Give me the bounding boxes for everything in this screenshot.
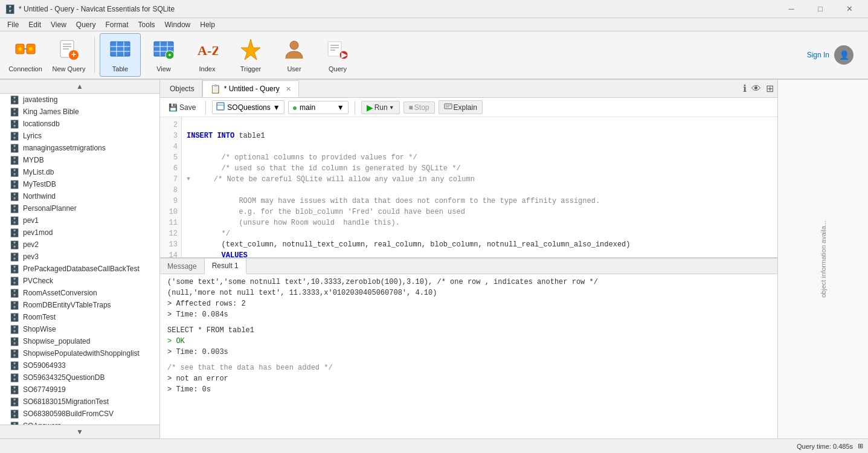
menu-help[interactable]: Help (195, 19, 220, 30)
result-spacer (167, 358, 770, 362)
db-icon: 🗄️ (10, 301, 19, 310)
sidebar-item-label: PersonalPlanner (23, 204, 77, 213)
menu-query[interactable]: Query (71, 19, 101, 30)
menu-window[interactable]: Window (160, 19, 196, 30)
sidebar-item-pev2[interactable]: 🗄️ pev2 (0, 239, 159, 251)
sidebar-item-so68380[interactable]: 🗄️ SO68380598BuildFromCSV (0, 408, 159, 420)
svg-point-4 (29, 47, 33, 51)
line-numbers: 2 3 4 5 6 7 8 9 10 11 12 13 14 15 16 (160, 117, 182, 257)
view-label: View (156, 65, 171, 72)
svg-rect-33 (217, 103, 224, 110)
sidebar-scroll-up[interactable]: ▲ (2, 81, 157, 92)
menu-format[interactable]: Format (101, 19, 133, 30)
sidebar-item-pev3[interactable]: 🗄️ pev3 (0, 251, 159, 263)
tab-objects[interactable]: Objects (162, 80, 202, 97)
code-editor[interactable]: 2 3 4 5 6 7 8 9 10 11 12 13 14 15 16 INS… (160, 117, 777, 257)
index-button[interactable]: A-Z Index (187, 33, 228, 77)
right-panel: object information availa... (777, 80, 868, 439)
toolbar-divider-1 (94, 37, 95, 73)
sidebar-item-label: pev1 (23, 216, 39, 225)
sidebar-item-shopwise-populated[interactable]: 🗄️ Shopwise_populated (0, 335, 159, 347)
save-label: Save (179, 103, 196, 112)
sidebar-item-roomasset[interactable]: 🗄️ RoomAssetConversion (0, 287, 159, 299)
result1-tab-label: Result 1 (212, 262, 239, 270)
view-button[interactable]: View (143, 33, 184, 77)
menu-view[interactable]: View (46, 19, 71, 30)
db-icon: 🗄️ (10, 385, 19, 394)
eye-icon[interactable]: 👁 (750, 82, 762, 95)
sidebar-item-roomdb[interactable]: 🗄️ RoomDBEntityVTableTraps (0, 299, 159, 311)
schema-selector[interactable]: ● main ▼ (288, 101, 349, 114)
db-icon: 🗄️ (10, 349, 19, 358)
tab-close-button[interactable]: ✕ (286, 85, 291, 93)
sidebar-item-so68183[interactable]: 🗄️ SO68183015MigrationTest (0, 396, 159, 408)
svg-rect-35 (445, 104, 452, 109)
sidebar-item-label: Northwind (23, 192, 56, 201)
sidebar-item-personalplanner[interactable]: 🗄️ PersonalPlanner (0, 202, 159, 214)
result1-tab[interactable]: Result 1 (205, 259, 246, 274)
user-button[interactable]: User (274, 33, 315, 77)
sidebar-item-pvcheck[interactable]: 🗄️ PVCheck (0, 275, 159, 287)
sign-in-area: Sign In 👤 (807, 45, 863, 65)
message-tab[interactable]: Message (160, 259, 205, 274)
toolbar-divider (205, 101, 206, 114)
menu-edit[interactable]: Edit (24, 19, 46, 30)
sidebar-item-managingassetmigrations[interactable]: 🗄️ managingassetmigrations (0, 142, 159, 154)
sidebar-item-pev1mod[interactable]: 🗄️ pev1mod (0, 226, 159, 239)
sidebar-item-locationsdb[interactable]: 🗄️ locationsdb (0, 118, 159, 130)
menu-file[interactable]: File (2, 19, 24, 30)
sidebar-item-king-james-bible[interactable]: 🗄️ King James Bible (0, 106, 159, 118)
maximize-button[interactable]: □ (806, 0, 834, 18)
tab-query[interactable]: 📋 * Untitled - Query ✕ (202, 80, 299, 97)
db-icon: 🗄️ (10, 265, 19, 274)
sidebar-item-label: pev2 (23, 240, 39, 249)
minimize-button[interactable]: ─ (777, 0, 805, 18)
sidebar-item-pev1[interactable]: 🗄️ pev1 (0, 214, 159, 226)
sidebar-item-shopwise[interactable]: 🗄️ ShopWise (0, 323, 159, 335)
close-button[interactable]: ✕ (835, 0, 863, 18)
svg-rect-11 (111, 42, 130, 56)
stop-button[interactable]: ■ Stop (403, 101, 435, 114)
db-icon: 🗄️ (10, 373, 19, 382)
toolbar-divider-2 (355, 101, 355, 114)
table-button[interactable]: Table (100, 33, 141, 77)
sidebar-item-shopwise-shopping[interactable]: 🗄️ ShopwisePopulatedwithShoppinglist (0, 347, 159, 359)
info-icon[interactable]: ℹ (742, 82, 748, 95)
save-button[interactable]: 💾 Save (165, 102, 199, 113)
sign-in-link[interactable]: Sign In (807, 51, 829, 59)
db-icon: 🗄️ (10, 120, 19, 129)
sidebar-item-so67[interactable]: 🗄️ SO67749919 (0, 384, 159, 396)
sidebar-item-so59634[interactable]: 🗄️ SO59634325QuestionDB (0, 371, 159, 384)
sidebar-item-label: PrePackagedDatabaseCallBackTest (23, 265, 140, 273)
new-query-button[interactable]: + New Query (48, 33, 89, 77)
sidebar-item-prepackaged[interactable]: 🗄️ PrePackagedDatabaseCallBackTest (0, 263, 159, 275)
sidebar-scroll-down[interactable]: ▼ (2, 426, 157, 437)
code-content[interactable]: INSERT INTO table1 /* optional columns t… (182, 117, 777, 257)
grid-icon[interactable]: ⊞ (765, 82, 775, 95)
user-avatar[interactable]: 👤 (834, 45, 854, 65)
explain-button[interactable]: Explain (439, 100, 483, 114)
editor-area: 2 3 4 5 6 7 8 9 10 11 12 13 14 15 16 INS… (160, 117, 777, 257)
sidebar-item-mytestdb[interactable]: 🗄️ MyTestDB (0, 178, 159, 190)
query-toolbar: 💾 Save SOQuestions ▼ ● main ▼ ▶ Run ▼ (160, 98, 777, 117)
connection-button[interactable]: Connection (5, 33, 46, 77)
sidebar-item-mylist[interactable]: 🗄️ MyList.db (0, 166, 159, 178)
sidebar-item-label: locationsdb (23, 120, 60, 128)
sidebar-item-javatesting[interactable]: 🗄️ javatesting (0, 94, 159, 106)
sidebar-item-label: ShopwisePopulatedwithShoppinglist (23, 349, 140, 358)
sidebar-item-mydb[interactable]: 🗄️ MYDB (0, 154, 159, 166)
sidebar-item-roomtest[interactable]: 🗄️ RoomTest (0, 311, 159, 323)
sidebar-item-so59[interactable]: 🗄️ SO59064933 (0, 359, 159, 371)
db-selector[interactable]: SOQuestions ▼ (212, 100, 284, 114)
db-icon: 🗄️ (10, 337, 19, 346)
result-spacer (167, 320, 770, 325)
sidebar-item-lyrics[interactable]: 🗄️ Lyrics (0, 130, 159, 142)
main-area: ▲ 🗄️ javatesting 🗄️ King James Bible 🗄️ … (0, 80, 868, 439)
query-button[interactable]: ▶ Query (317, 33, 358, 77)
menu-tools[interactable]: Tools (133, 19, 160, 30)
stop-label: Stop (414, 103, 429, 112)
run-button[interactable]: ▶ Run ▼ (361, 101, 400, 114)
sidebar-item-northwind[interactable]: 🗄️ Northwind (0, 190, 159, 202)
trigger-button[interactable]: Trigger (230, 33, 271, 77)
result-row: > Time: 0s (167, 384, 770, 395)
